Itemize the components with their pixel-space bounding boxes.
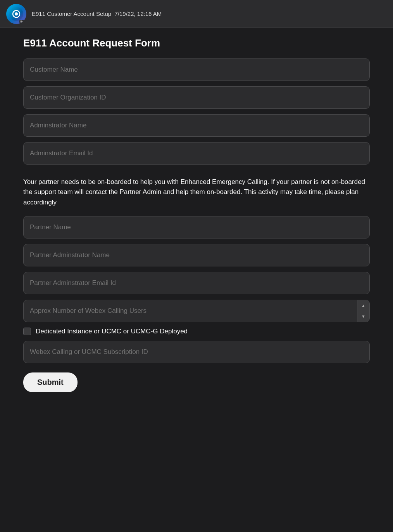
form-title: E911 Account Request Form: [23, 37, 370, 49]
bot-avatar: Bot: [6, 4, 26, 24]
dedicated-instance-checkbox[interactable]: [23, 328, 31, 335]
spinner-controls: ▲ ▼: [357, 300, 369, 322]
spinner-down-button[interactable]: ▼: [357, 311, 369, 322]
admin-email-input[interactable]: [23, 142, 370, 165]
customer-org-id-input[interactable]: [23, 86, 370, 109]
partner-admin-email-input[interactable]: [23, 272, 370, 294]
approx-users-input[interactable]: [23, 300, 370, 322]
app-header: Bot E911 Customer Account Setup 7/19/22,…: [0, 0, 393, 28]
svg-point-1: [15, 12, 18, 15]
partner-name-input[interactable]: [23, 216, 370, 239]
dedicated-instance-row: Dedicated Instance or UCMC or UCMC-G Dep…: [23, 328, 370, 335]
submit-button[interactable]: Submit: [23, 372, 78, 392]
spinner-up-button[interactable]: ▲: [357, 300, 369, 311]
admin-name-input[interactable]: [23, 114, 370, 137]
subscription-id-input[interactable]: [23, 341, 370, 363]
approx-users-wrapper: ▲ ▼: [23, 300, 370, 322]
info-text: Your partner needs to be on-boarded to h…: [23, 177, 370, 208]
form-container: E911 Account Request Form Your partner n…: [0, 28, 393, 408]
customer-name-input[interactable]: [23, 58, 370, 81]
bot-label: Bot: [19, 20, 26, 23]
header-title: E911 Customer Account Setup 7/19/22, 12:…: [32, 10, 162, 17]
dedicated-instance-label: Dedicated Instance or UCMC or UCMC-G Dep…: [36, 328, 188, 335]
partner-admin-name-input[interactable]: [23, 244, 370, 266]
